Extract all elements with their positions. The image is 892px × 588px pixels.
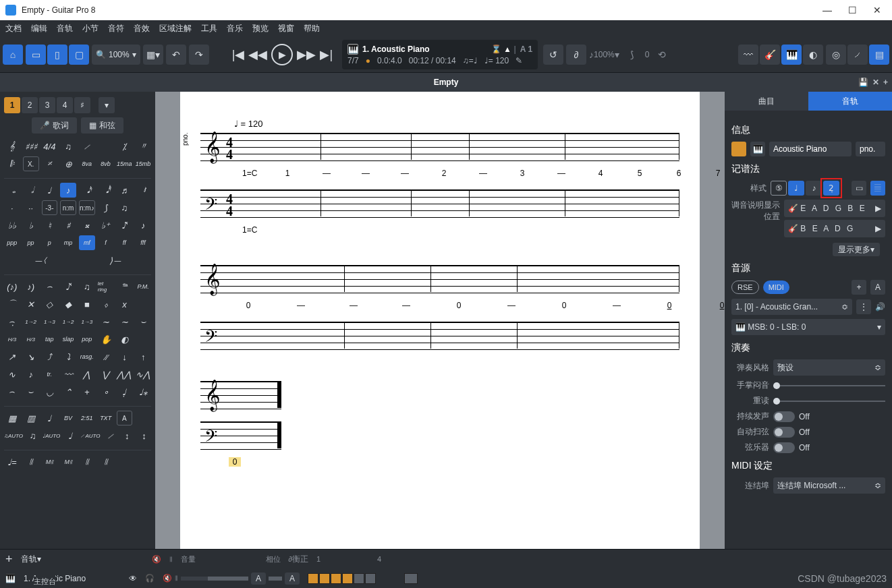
wifi-icon[interactable]: ◎ [826,45,846,65]
tuning-fork-icon[interactable]: ⟆ [622,45,642,65]
tuning-row-2[interactable]: 🎸 B E A D G▶ [784,220,885,237]
eq-icon[interactable]: ⫴ [169,555,173,564]
instrument-button[interactable]: 🎸 [760,45,780,65]
close-tab-icon[interactable]: ✕ [872,78,879,87]
bank-dropdown[interactable]: 1. [0] - Acoustic Gran...≎ [731,299,852,315]
style-btn-2[interactable]: ♩ [788,181,804,196]
zoom-tab-2[interactable]: 2 [22,97,38,113]
bank-more-button[interactable]: ⋮ [856,299,871,314]
layout2-button[interactable]: ▯ [47,45,67,65]
hourglass-icon[interactable]: ⌛ [491,45,501,54]
menu-preview[interactable]: 预览 [252,23,269,34]
a-button[interactable]: A [251,572,266,585]
style-btn-3[interactable]: ♪ [806,181,822,196]
menu-effect[interactable]: 音效 [134,23,150,34]
zoom-tab-3[interactable]: 3 [39,97,55,113]
style-btn-6[interactable]: 𝄚 [870,181,885,196]
palm-slider[interactable] [773,385,885,386]
note-speed[interactable]: ♪ 100% ▾ [589,45,619,65]
accent-slider[interactable] [773,401,885,402]
layout3-button[interactable]: ▢ [69,45,89,65]
keyboard-button[interactable]: 🎹 [781,45,802,65]
menu-edit[interactable]: 编辑 [31,23,47,34]
grid-button[interactable]: ▦▾ [143,45,163,65]
add-source-button[interactable]: + [852,280,866,295]
menu-tools[interactable]: 工具 [201,23,217,34]
preset-dropdown[interactable]: 预设≎ [773,359,885,376]
tab-song[interactable]: 曲目 [725,92,808,111]
play-icon[interactable]: ▶ [875,204,881,213]
tuning-row-1[interactable]: 🎸 E A D G B E▶ [784,200,885,217]
zoom-control[interactable]: 🔍 100% ▾ [92,45,140,65]
speed-button[interactable]: ∂ [566,45,586,65]
undo-button[interactable]: ↶ [166,45,186,65]
rewind-button[interactable]: ◀◀ [248,47,267,62]
menu-music[interactable]: 音乐 [227,23,243,34]
style-btn-1[interactable]: ⑤ [771,181,787,196]
master-label[interactable]: 主控台 [34,577,56,587]
midi-pill[interactable]: MIDI [763,281,789,294]
pan-slider[interactable] [269,577,282,581]
forward-button[interactable]: ▶▶ [297,47,316,62]
link-icon[interactable]: ⟲ [652,45,672,65]
eq-button[interactable]: ⫴ [175,574,178,583]
menu-help[interactable]: 帮助 [304,23,320,34]
auto-button[interactable]: A [870,280,885,295]
add-track-button[interactable]: + [5,552,13,566]
redo-button[interactable]: ↷ [189,45,209,65]
track-color[interactable] [731,142,746,156]
close-button[interactable]: ✕ [873,5,881,16]
skip-end-button[interactable]: ▶| [320,47,333,62]
play-button[interactable]: ▶ [271,44,293,65]
tuner-button[interactable]: 〰 [738,45,758,65]
menu-track[interactable]: 音轨 [57,23,73,34]
chord-button[interactable]: ▦ 和弦 [81,117,123,134]
play-icon[interactable]: ▶ [875,224,881,233]
zoom-tab-sharp[interactable]: ♯ [74,97,90,113]
mute-button[interactable]: 🔇 [163,574,172,583]
port-dropdown[interactable]: 连结埠 Microsoft ...≎ [773,477,885,494]
menu-bar[interactable]: 小节 [82,23,99,34]
zoom-tab-4[interactable]: 4 [57,97,73,113]
collapse-icon[interactable]: ▾ [99,97,115,113]
zoom-tab-1[interactable]: 1 [4,97,20,113]
layout1-button[interactable]: ▭ [26,45,46,65]
drum-button[interactable]: ◐ [803,45,823,65]
volume-slider[interactable] [181,577,248,581]
style-btn-5[interactable]: ▭ [852,181,866,196]
home-button[interactable]: ⌂ [3,45,23,65]
track-icon-button[interactable]: 🎹 [750,142,765,156]
add-tab-icon[interactable]: + [883,78,888,87]
strings-toggle[interactable] [773,442,795,453]
menu-section[interactable]: 区域注解 [159,23,192,34]
menu-note[interactable]: 音符 [108,23,124,34]
minimize-button[interactable]: — [823,5,832,16]
metronome-icon[interactable]: ▴ [505,45,509,54]
track-short-input[interactable]: pno. [856,142,885,156]
maximize-button[interactable]: ☐ [848,5,857,16]
tab-track[interactable]: 音轨 [808,92,892,111]
autostrum-toggle[interactable] [773,427,795,438]
style-btn-4[interactable]: 2̣ [823,181,839,196]
sequencer[interactable] [308,573,418,584]
tool-icon[interactable]: ⟋ [847,45,868,65]
headphone-icon[interactable]: 🎧 [145,574,155,583]
show-more-button[interactable]: 显示更多▾ [833,243,880,256]
eye-icon[interactable]: 👁 [129,574,137,583]
skip-start-button[interactable]: |◀ [232,47,245,62]
edit-icon[interactable]: ✎ [515,56,522,65]
menu-file[interactable]: 文档 [5,23,22,34]
msb-dropdown[interactable]: 🎹 MSB: 0 - LSB: 0▾ [731,319,885,335]
track-dropdown[interactable]: 音轨▾ [21,554,41,565]
track-name-input[interactable]: Acoustic Piano [769,142,852,156]
sustain-toggle[interactable] [773,411,795,422]
save-icon[interactable]: 💾 [858,78,868,87]
panel-toggle-button[interactable]: ▤ [869,45,889,65]
mute-icon[interactable]: 🔇 [152,555,161,564]
menu-window[interactable]: 视窗 [278,23,294,34]
loop-button[interactable]: ↺ [543,45,563,65]
speaker-icon[interactable]: 🔊 [875,302,885,312]
lyric-button[interactable]: 🎤 歌词 [32,117,77,134]
rse-pill[interactable]: RSE [731,281,759,294]
score-area[interactable]: ♩ = 120 pno. 𝄞 44 1=C 1——— 2— 3— 45 6717… [155,92,725,549]
